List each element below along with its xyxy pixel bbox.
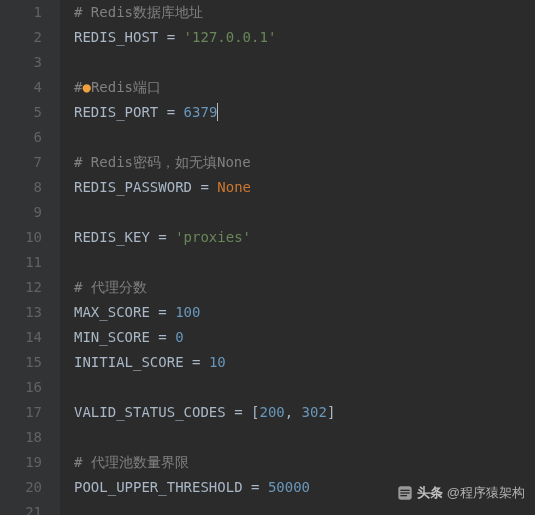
- svg-rect-3: [400, 495, 407, 496]
- watermark: 头条 @程序猿架构: [397, 480, 525, 505]
- comment-text: # 代理分数: [74, 279, 147, 295]
- number-literal: 6379: [184, 104, 218, 120]
- code-area[interactable]: # Redis数据库地址 REDIS_HOST = '127.0.0.1' #●…: [60, 0, 535, 515]
- code-line: MIN_SCORE = 0: [74, 325, 535, 350]
- line-number: 1: [0, 0, 42, 25]
- watermark-handle: @程序猿架构: [447, 480, 525, 505]
- code-line: [74, 375, 535, 400]
- line-number: 11: [0, 250, 42, 275]
- string-literal: 'proxies': [175, 229, 251, 245]
- line-number: 8: [0, 175, 42, 200]
- line-number: 19: [0, 450, 42, 475]
- code-line: [74, 200, 535, 225]
- identifier: VALID_STATUS_CODES: [74, 404, 226, 420]
- identifier: POOL_UPPER_THRESHOLD: [74, 479, 243, 495]
- code-line: [74, 250, 535, 275]
- line-number: 15: [0, 350, 42, 375]
- line-number: 14: [0, 325, 42, 350]
- number-literal: 50000: [268, 479, 310, 495]
- identifier: REDIS_PASSWORD: [74, 179, 192, 195]
- line-number: 6: [0, 125, 42, 150]
- code-line: REDIS_PASSWORD = None: [74, 175, 535, 200]
- comment-text: # Redis密码，如无填None: [74, 154, 251, 170]
- string-literal: '127.0.0.1': [184, 29, 277, 45]
- code-line: REDIS_HOST = '127.0.0.1': [74, 25, 535, 50]
- code-line: [74, 425, 535, 450]
- identifier: MAX_SCORE: [74, 304, 150, 320]
- line-number: 7: [0, 150, 42, 175]
- text-cursor-icon: [217, 103, 218, 121]
- code-line: REDIS_KEY = 'proxies': [74, 225, 535, 250]
- line-number: 20: [0, 475, 42, 500]
- code-line: # Redis密码，如无填None: [74, 150, 535, 175]
- identifier: REDIS_HOST: [74, 29, 158, 45]
- line-number-gutter: 1 2 3 4 5 6 7 8 9 10 11 12 13 14 15 16 1…: [0, 0, 60, 515]
- line-number: 10: [0, 225, 42, 250]
- code-line: # 代理分数: [74, 275, 535, 300]
- keyword: None: [217, 179, 251, 195]
- code-line: REDIS_PORT = 6379: [74, 100, 535, 125]
- watermark-logo-icon: [397, 485, 413, 501]
- comment-text: # 代理池数量界限: [74, 454, 189, 470]
- line-number: 9: [0, 200, 42, 225]
- number-literal: 302: [302, 404, 327, 420]
- code-line: INITIAL_SCORE = 10: [74, 350, 535, 375]
- identifier: MIN_SCORE: [74, 329, 150, 345]
- code-line: # 代理池数量界限: [74, 450, 535, 475]
- line-number: 13: [0, 300, 42, 325]
- code-line: [74, 50, 535, 75]
- number-literal: 10: [209, 354, 226, 370]
- line-number: 21: [0, 500, 42, 515]
- line-number: 3: [0, 50, 42, 75]
- comment-text: # Redis数据库地址: [74, 4, 203, 20]
- line-number: 17: [0, 400, 42, 425]
- line-number: 16: [0, 375, 42, 400]
- svg-rect-2: [400, 492, 409, 493]
- code-line: [74, 125, 535, 150]
- line-number: 4: [0, 75, 42, 100]
- watermark-brand: 头条: [417, 480, 443, 505]
- number-literal: 200: [259, 404, 284, 420]
- code-editor: 1 2 3 4 5 6 7 8 9 10 11 12 13 14 15 16 1…: [0, 0, 535, 515]
- identifier: INITIAL_SCORE: [74, 354, 184, 370]
- number-literal: 0: [175, 329, 183, 345]
- code-line: MAX_SCORE = 100: [74, 300, 535, 325]
- line-number: 2: [0, 25, 42, 50]
- code-line: #●Redis端口: [74, 75, 535, 100]
- line-number: 12: [0, 275, 42, 300]
- code-line: VALID_STATUS_CODES = [200, 302]: [74, 400, 535, 425]
- line-number: 5: [0, 100, 42, 125]
- identifier: REDIS_PORT: [74, 104, 158, 120]
- number-literal: 100: [175, 304, 200, 320]
- line-number: 18: [0, 425, 42, 450]
- code-line: # Redis数据库地址: [74, 0, 535, 25]
- caret-indicator-icon: ●: [82, 79, 90, 95]
- svg-rect-1: [400, 489, 409, 490]
- comment-text: Redis端口: [91, 79, 161, 95]
- identifier: REDIS_KEY: [74, 229, 150, 245]
